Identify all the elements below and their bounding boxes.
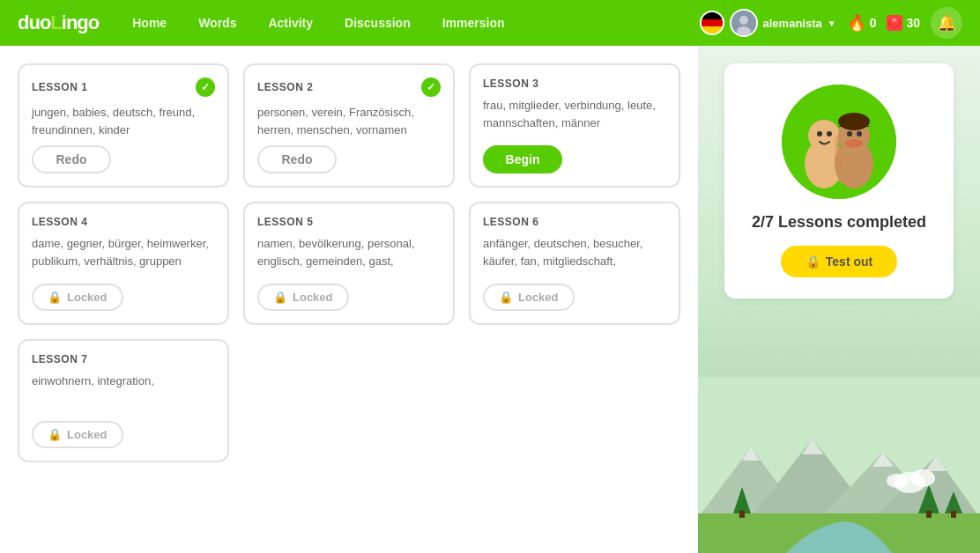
right-panel: 2/7 Lessons completed 🔒 Test out <box>698 46 980 553</box>
gem-counter[interactable]: 30 <box>887 15 920 31</box>
streak-count: 0 <box>870 16 877 30</box>
svg-point-12 <box>847 131 852 136</box>
svg-point-16 <box>835 133 843 168</box>
chevron-down-icon: ▼ <box>828 18 836 28</box>
lesson-card-3: LESSON 3frau, mitglieder, verbindung, le… <box>469 63 680 188</box>
lesson-title: LESSON 1 <box>32 81 87 93</box>
svg-point-15 <box>845 139 863 148</box>
locked-button: 🔒Locked <box>32 421 123 448</box>
fire-icon: 🔥 <box>847 13 866 33</box>
lesson-words: personen, verein, Französisch, herren, m… <box>257 104 441 138</box>
lesson-title: LESSON 5 <box>257 216 313 228</box>
test-out-button[interactable]: 🔒 Test out <box>781 246 897 277</box>
svg-point-14 <box>838 113 870 130</box>
lesson-words: jungen, babies, deutsch, freund, freundi… <box>32 104 215 138</box>
svg-point-1 <box>739 16 748 25</box>
lesson-card-7: LESSON 7einwohnern, integration,🔒Locked <box>18 339 229 462</box>
locked-label: Locked <box>67 428 108 441</box>
svg-point-34 <box>910 469 935 487</box>
nav-home[interactable]: Home <box>125 12 174 33</box>
gem-icon <box>887 15 902 31</box>
nav-words[interactable]: Words <box>191 12 243 33</box>
test-out-label: Test out <box>826 254 872 269</box>
locked-button: 🔒Locked <box>257 284 349 311</box>
lesson-title: LESSON 6 <box>483 216 538 228</box>
svg-point-35 <box>887 474 908 488</box>
progress-card: 2/7 Lessons completed 🔒 Test out <box>724 63 954 299</box>
lock-icon: 🔒 <box>48 428 62 441</box>
bell-icon: 🔔 <box>937 13 956 33</box>
lesson-title: LESSON 4 <box>32 216 87 228</box>
german-flag <box>700 11 724 35</box>
lock-icon: 🔒 <box>806 254 820 269</box>
lock-icon: 🔒 <box>48 291 62 304</box>
logo[interactable]: duoLingo <box>18 11 99 34</box>
check-icon: ✓ <box>421 77 441 97</box>
gem-count: 30 <box>906 16 920 30</box>
lesson-words: namen, bevölkerung, personal, englisch, … <box>257 235 441 276</box>
streak-counter[interactable]: 🔥 0 <box>847 13 877 33</box>
lesson-card-1: LESSON 1✓jungen, babies, deutsch, freund… <box>18 63 229 188</box>
lesson-title: LESSON 2 <box>257 81 313 93</box>
flag-avatar[interactable]: alemanista ▼ <box>700 9 836 37</box>
lock-icon: 🔒 <box>273 291 287 304</box>
locked-label: Locked <box>293 291 333 304</box>
lesson-card-5: LESSON 5namen, bevölkerung, personal, en… <box>243 202 455 325</box>
scenery <box>698 377 980 553</box>
username: alemanista <box>763 17 822 30</box>
svg-point-13 <box>857 131 862 136</box>
nav-right: alemanista ▼ 🔥 0 30 🔔 <box>700 7 962 39</box>
locked-label: Locked <box>518 291 559 304</box>
locked-label: Locked <box>67 291 108 304</box>
lesson-words: dame, gegner, bürger, heimwerker, publik… <box>32 235 215 276</box>
nav-immersion[interactable]: Immersion <box>435 12 512 33</box>
locked-button: 🔒Locked <box>483 284 575 311</box>
redo-button[interactable]: Redo <box>257 145 337 173</box>
svg-point-8 <box>817 131 822 136</box>
lessons-grid: LESSON 1✓jungen, babies, deutsch, freund… <box>18 63 680 462</box>
main-content: LESSON 1✓jungen, babies, deutsch, freund… <box>0 46 980 553</box>
mascot <box>782 85 896 199</box>
lesson-title: LESSON 3 <box>483 77 538 90</box>
lessons-area: LESSON 1✓jungen, babies, deutsch, freund… <box>0 46 698 553</box>
navbar: duoLingo Home Words Activity Discussion … <box>0 0 980 46</box>
lesson-card-2: LESSON 2✓personen, verein, Französisch, … <box>243 63 455 188</box>
nav-activity[interactable]: Activity <box>261 12 320 33</box>
svg-rect-30 <box>926 511 932 518</box>
lesson-words: frau, mitglieder, verbindung, leute, man… <box>483 97 666 138</box>
begin-button[interactable]: Begin <box>483 145 562 173</box>
nav-discussion[interactable]: Discussion <box>338 12 418 33</box>
svg-rect-28 <box>739 511 745 518</box>
svg-rect-32 <box>951 511 956 518</box>
lock-icon: 🔒 <box>499 291 513 304</box>
progress-text: 2/7 Lessons completed <box>752 213 926 232</box>
locked-button: 🔒Locked <box>32 284 123 311</box>
lesson-words: anfänger, deutschen, besucher, käufer, f… <box>483 235 666 276</box>
svg-point-9 <box>827 131 832 136</box>
user-avatar <box>730 9 758 37</box>
check-icon: ✓ <box>196 77 215 97</box>
notification-bell[interactable]: 🔔 <box>931 7 962 39</box>
lesson-card-6: LESSON 6anfänger, deutschen, besucher, k… <box>469 202 680 325</box>
redo-button[interactable]: Redo <box>32 145 111 173</box>
lesson-words: einwohnern, integration, <box>32 372 215 414</box>
lesson-card-4: LESSON 4dame, gegner, bürger, heimwerker… <box>18 202 229 325</box>
lesson-title: LESSON 7 <box>32 353 87 365</box>
